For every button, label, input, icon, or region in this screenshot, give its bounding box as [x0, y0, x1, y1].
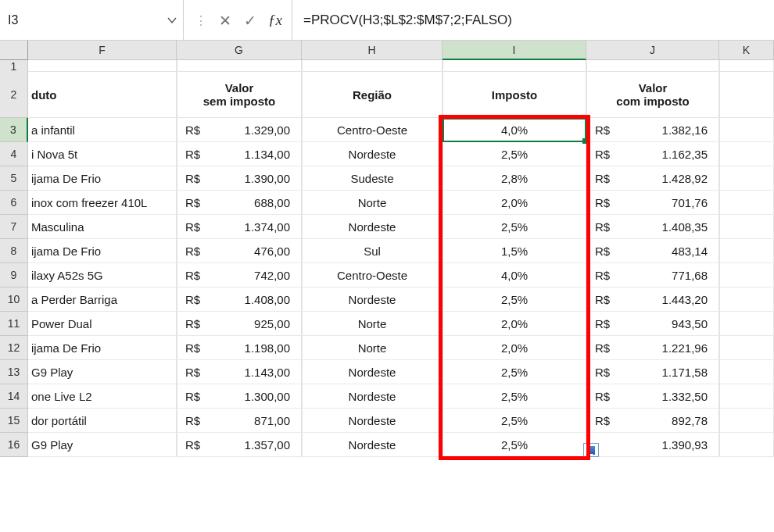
cell-K2[interactable]	[719, 71, 774, 118]
autofill-options-button[interactable]: ▪	[583, 443, 599, 457]
cell-I4[interactable]: 2,5%	[443, 142, 586, 166]
cell-H9[interactable]: Centro-Oeste	[302, 263, 443, 287]
cell-G4[interactable]: R$1.134,00	[177, 142, 302, 166]
cell-I13[interactable]: 2,5%	[443, 360, 586, 384]
cell-I6[interactable]: 2,0%	[443, 191, 586, 215]
cell-H6[interactable]: Norte	[302, 191, 443, 215]
cell-K12[interactable]	[719, 336, 774, 360]
cell-K9[interactable]	[719, 263, 774, 287]
cell-G9[interactable]: R$742,00	[177, 263, 302, 287]
row-header-8[interactable]: 8	[0, 239, 28, 263]
cell-K3[interactable]	[719, 118, 774, 142]
col-header-F[interactable]: F	[28, 41, 177, 60]
cell-G6[interactable]: R$688,00	[177, 191, 302, 215]
cell-J12[interactable]: R$1.221,96	[586, 336, 719, 360]
cell-I3[interactable]: 4,0%	[443, 118, 586, 142]
row-header-6[interactable]: 6	[0, 191, 28, 215]
cell-J13[interactable]: R$1.171,58	[586, 360, 719, 384]
insert-function-button[interactable]: ƒx	[263, 5, 287, 36]
cell-K15[interactable]	[719, 409, 774, 433]
cell-H11[interactable]: Norte	[302, 312, 443, 336]
cell-K13[interactable]	[719, 360, 774, 384]
name-box-dropdown[interactable]	[161, 3, 183, 37]
cell-I14[interactable]: 2,5%	[443, 384, 586, 409]
cell-I11[interactable]: 2,0%	[443, 312, 586, 336]
name-box[interactable]: I3	[0, 3, 161, 37]
select-all-corner[interactable]	[0, 41, 28, 60]
cell-J9[interactable]: R$771,68	[586, 263, 719, 287]
cell-G7[interactable]: R$1.374,00	[177, 215, 302, 239]
cell-G16[interactable]: R$1.357,00	[177, 433, 302, 457]
cell-F11[interactable]: Power Dual	[28, 312, 177, 336]
accept-formula-button[interactable]: ✓	[238, 5, 262, 36]
cell-H3[interactable]: Centro-Oeste	[302, 118, 443, 142]
row-header-11[interactable]: 11	[0, 312, 28, 336]
row-header-12[interactable]: 12	[0, 336, 28, 360]
row-header-5[interactable]: 5	[0, 166, 28, 191]
cell-H15[interactable]: Nordeste	[302, 409, 443, 433]
cell-G13[interactable]: R$1.143,00	[177, 360, 302, 384]
cell-F7[interactable]: Masculina	[28, 215, 177, 239]
cell-K16[interactable]	[719, 433, 774, 457]
cell-G10[interactable]: R$1.408,00	[177, 287, 302, 312]
cell-H7[interactable]: Nordeste	[302, 215, 443, 239]
row-header-4[interactable]: 4	[0, 142, 28, 166]
row-header-15[interactable]: 15	[0, 409, 28, 433]
header-valor-sem-imposto[interactable]: Valor sem imposto	[177, 71, 302, 118]
cell-F9[interactable]: ilaxy A52s 5G	[28, 263, 177, 287]
cell-G14[interactable]: R$1.300,00	[177, 384, 302, 409]
row-header-16[interactable]: 16	[0, 433, 28, 457]
col-header-K[interactable]: K	[719, 41, 774, 60]
header-regiao[interactable]: Região	[302, 71, 443, 118]
cell-J16[interactable]: 1.390,93	[586, 433, 719, 457]
col-header-J[interactable]: J	[586, 41, 719, 60]
row-header-14[interactable]: 14	[0, 384, 28, 409]
cell-I15[interactable]: 2,5%	[443, 409, 586, 433]
cell-J14[interactable]: R$1.332,50	[586, 384, 719, 409]
cell-I12[interactable]: 2,0%	[443, 336, 586, 360]
cell-H14[interactable]: Nordeste	[302, 384, 443, 409]
col-header-H[interactable]: H	[302, 41, 443, 60]
cell-F15[interactable]: dor portátil	[28, 409, 177, 433]
cell-H16[interactable]: Nordeste	[302, 433, 443, 457]
row-header-10[interactable]: 10	[0, 287, 28, 312]
cell-I9[interactable]: 4,0%	[443, 263, 586, 287]
cell-J3[interactable]: R$1.382,16	[586, 118, 719, 142]
cell-H12[interactable]: Norte	[302, 336, 443, 360]
cell-H13[interactable]: Nordeste	[302, 360, 443, 384]
cell-H5[interactable]: Sudeste	[302, 166, 443, 191]
cell-F16[interactable]: G9 Play	[28, 433, 177, 457]
cell-H8[interactable]: Sul	[302, 239, 443, 263]
row-header-13[interactable]: 13	[0, 360, 28, 384]
cell-H4[interactable]: Nordeste	[302, 142, 443, 166]
formula-bar-input[interactable]: =PROCV(H3;$L$2:$M$7;2;FALSO)	[292, 0, 774, 41]
cell-G3[interactable]: R$1.329,00	[177, 118, 302, 142]
row-header-3[interactable]: 3	[0, 118, 28, 142]
cell-K4[interactable]	[719, 142, 774, 166]
col-header-G[interactable]: G	[177, 41, 302, 60]
cell-F4[interactable]: i Nova 5t	[28, 142, 177, 166]
row-header-2[interactable]: 2	[0, 71, 28, 118]
cell-F13[interactable]: G9 Play	[28, 360, 177, 384]
cell-F3[interactable]: a infantil	[28, 118, 177, 142]
cancel-formula-button[interactable]: ✕	[213, 5, 237, 36]
cell-J4[interactable]: R$1.162,35	[586, 142, 719, 166]
cell-G8[interactable]: R$476,00	[177, 239, 302, 263]
cell-F10[interactable]: a Perder Barriga	[28, 287, 177, 312]
cell-K7[interactable]	[719, 215, 774, 239]
cell-I5[interactable]: 2,8%	[443, 166, 586, 191]
cell-G11[interactable]: R$925,00	[177, 312, 302, 336]
cell-F12[interactable]: ijama De Frio	[28, 336, 177, 360]
cell-J10[interactable]: R$1.443,20	[586, 287, 719, 312]
cell-J5[interactable]: R$1.428,92	[586, 166, 719, 191]
row-header-9[interactable]: 9	[0, 263, 28, 287]
cell-K6[interactable]	[719, 191, 774, 215]
cell-F6[interactable]: inox com freezer 410L	[28, 191, 177, 215]
spreadsheet-grid[interactable]: F G H I J K 1 2 duto Valor sem imposto R…	[0, 41, 774, 457]
col-header-I[interactable]: I	[443, 41, 586, 60]
header-imposto[interactable]: Imposto	[443, 71, 586, 118]
cell-J7[interactable]: R$1.408,35	[586, 215, 719, 239]
cell-I7[interactable]: 2,5%	[443, 215, 586, 239]
cell-I8[interactable]: 1,5%	[443, 239, 586, 263]
cell-K8[interactable]	[719, 239, 774, 263]
